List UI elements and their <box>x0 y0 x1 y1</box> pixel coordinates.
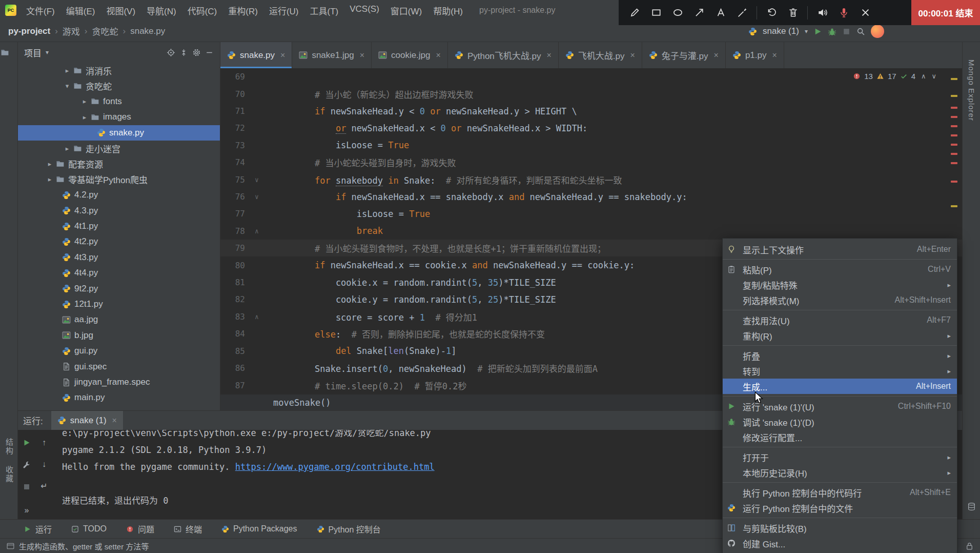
editor-tab[interactable]: cookie.jpg× <box>372 42 448 68</box>
tree-item[interactable]: 4t3.py <box>18 250 220 265</box>
close-icon[interactable]: × <box>772 51 777 60</box>
line-number[interactable]: 72 <box>220 123 245 133</box>
line-number[interactable]: 86 <box>220 363 245 373</box>
menu-item[interactable]: 代码(C) <box>182 4 223 17</box>
line-number[interactable]: 84 <box>220 329 245 339</box>
context-menu-item[interactable]: 粘贴(P)Ctrl+V <box>723 262 957 277</box>
tool-stripe-button[interactable]: 收藏 <box>4 466 14 483</box>
menu-item[interactable]: 运行(U) <box>263 4 304 17</box>
fold-marker-icon[interactable]: ∧ <box>245 227 269 235</box>
settings-wrench-icon[interactable] <box>21 460 32 471</box>
fold-marker-icon[interactable]: ∨ <box>245 176 269 184</box>
text-icon[interactable] <box>714 6 727 19</box>
menu-item[interactable]: 帮助(H) <box>427 4 468 17</box>
breadcrumb-item[interactable]: 游戏 <box>63 25 80 37</box>
run-config-selector[interactable]: snake (1) <box>763 26 799 36</box>
arrow-icon[interactable] <box>692 6 706 19</box>
menu-item[interactable]: 工具(T) <box>304 4 344 17</box>
menu-item[interactable]: 编辑(E) <box>60 4 101 17</box>
close-icon[interactable]: × <box>112 416 117 425</box>
ellipse-icon[interactable] <box>671 6 684 19</box>
context-menu-item[interactable]: 本地历史记录(H)▸ <box>723 465 957 480</box>
run-button[interactable] <box>813 27 822 36</box>
record-timer-stop-button[interactable]: 00:00:01 结束 <box>911 0 980 25</box>
toolwindow-button[interactable]: TODO <box>71 523 107 535</box>
editor-tab[interactable]: snake1.jpg× <box>292 42 372 68</box>
menu-item[interactable]: VCS(S) <box>344 4 385 17</box>
context-menu-item[interactable]: 重构(R)▸ <box>723 328 957 343</box>
line-number[interactable]: 74 <box>220 157 245 167</box>
line-number[interactable]: 70 <box>220 89 245 99</box>
context-menu-item[interactable]: 转到▸ <box>723 363 957 379</box>
tree-item[interactable]: ▸images <box>18 109 220 125</box>
microphone-icon[interactable] <box>837 6 850 19</box>
trash-icon[interactable] <box>786 6 800 19</box>
scroll-to-top-icon[interactable]: ↑ <box>38 437 50 448</box>
search-everywhere-icon[interactable] <box>856 27 865 36</box>
close-icon[interactable]: × <box>630 51 635 60</box>
tree-item[interactable]: 4t2.py <box>18 234 220 249</box>
line-number[interactable]: 73 <box>220 141 245 150</box>
stop-button[interactable] <box>842 27 851 36</box>
tree-item[interactable]: 12t1.py <box>18 297 220 312</box>
next-problem-icon[interactable]: ∨ <box>931 72 936 80</box>
context-menu-item[interactable]: 列选择模式(M)Alt+Shift+Insert <box>723 292 957 308</box>
chevron-right-icon[interactable]: ▸ <box>61 67 73 74</box>
context-menu-item[interactable]: 显示上下文操作Alt+Enter <box>723 242 957 257</box>
lock-icon[interactable] <box>965 542 974 550</box>
soft-wrap-icon[interactable]: ↵ <box>38 480 50 491</box>
project-tool-icon[interactable] <box>0 48 9 57</box>
menu-item[interactable]: 视图(V) <box>100 4 141 17</box>
tool-stripe-button[interactable]: 结构 <box>4 438 14 456</box>
locate-file-icon[interactable] <box>167 48 175 57</box>
context-menu-item[interactable]: 调试 'snake (1)'(D) <box>723 414 957 429</box>
context-menu-item[interactable]: 与剪贴板比较(B) <box>723 520 957 536</box>
mongo-explorer-button[interactable]: Mongo Explorer <box>967 60 976 121</box>
chevron-down-icon[interactable]: ▾ <box>805 28 808 35</box>
menu-item[interactable]: 窗口(W) <box>385 4 427 17</box>
tree-item[interactable]: 4t4.py <box>18 265 220 281</box>
scroll-to-bottom-icon[interactable]: ↓ <box>38 459 50 470</box>
user-avatar[interactable] <box>871 25 884 38</box>
chevron-right-icon[interactable]: ▸ <box>61 145 73 152</box>
line-number[interactable]: 80 <box>220 261 245 270</box>
line-number[interactable]: 77 <box>220 209 245 219</box>
close-icon[interactable] <box>859 6 872 19</box>
undo-icon[interactable] <box>765 6 778 19</box>
database-icon[interactable] <box>967 502 976 511</box>
rerun-button[interactable] <box>21 437 32 448</box>
chevron-right-icon[interactable]: ▸ <box>78 97 91 105</box>
hide-panel-icon[interactable] <box>205 48 214 57</box>
tree-item[interactable]: aa.jpg <box>18 312 220 327</box>
editor-tab[interactable]: 飞机大战.py× <box>559 42 642 68</box>
tree-item[interactable]: snake.py <box>18 125 220 141</box>
console-link[interactable]: https://www.pygame.org/contribute.html <box>235 462 435 472</box>
wand-icon[interactable] <box>736 6 749 19</box>
context-menu-item[interactable]: 查找用法(U)Alt+F7 <box>723 312 957 328</box>
line-number[interactable]: 78 <box>220 226 245 236</box>
chevron-right-icon[interactable]: ▸ <box>78 113 91 121</box>
chevron-down-icon[interactable]: ▾ <box>46 49 49 56</box>
line-number[interactable]: 76 <box>220 192 245 202</box>
close-icon[interactable]: × <box>280 51 285 60</box>
collapse-all-icon[interactable] <box>179 48 188 57</box>
line-number[interactable]: 69 <box>220 72 245 82</box>
speaker-icon[interactable] <box>815 6 829 19</box>
context-menu-item[interactable]: 运行 Python 控制台中的文件 <box>723 500 957 516</box>
editor-tab[interactable]: Python飞机大战.py× <box>448 42 559 68</box>
run-tab[interactable]: snake (1) × <box>51 411 123 430</box>
breadcrumb-item[interactable]: 贪吃蛇 <box>92 25 118 37</box>
editor-tab[interactable]: p1.py× <box>726 42 784 68</box>
chevron-down-icon[interactable]: ▾ <box>61 82 73 90</box>
chevron-right-icon[interactable]: ▸ <box>44 175 56 183</box>
breadcrumb-item[interactable]: snake.py <box>130 26 165 36</box>
tree-item[interactable]: 4.3.py <box>18 203 220 219</box>
tree-item[interactable]: ▸零基础学Python爬虫 <box>18 172 220 187</box>
tree-item[interactable]: ▸消消乐 <box>18 63 220 78</box>
previous-problem-icon[interactable]: ∧ <box>921 72 926 80</box>
tree-item[interactable]: 9t2.py <box>18 281 220 296</box>
tree-item[interactable]: ▸fonts <box>18 94 220 109</box>
fold-marker-icon[interactable]: ∧ <box>245 313 269 321</box>
line-number[interactable]: 81 <box>220 278 245 287</box>
toolwindow-button[interactable]: 终端 <box>174 523 202 535</box>
